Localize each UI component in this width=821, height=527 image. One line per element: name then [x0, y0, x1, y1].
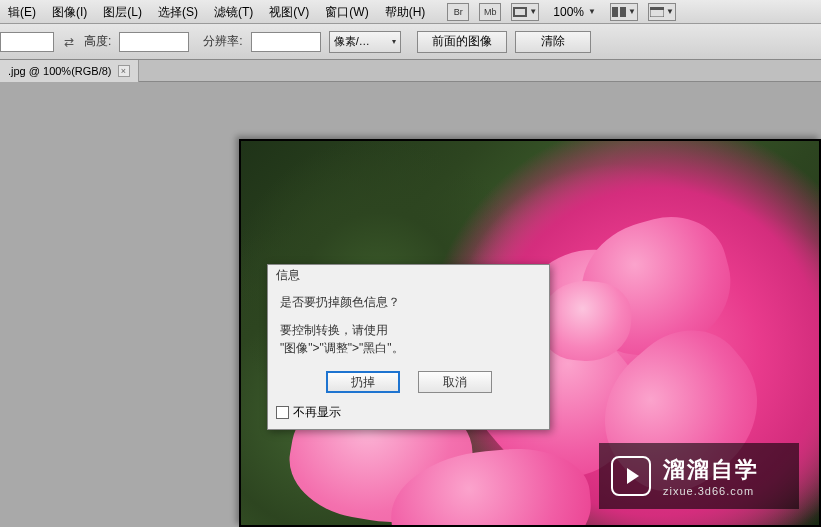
options-bar: ⇄ 高度: 分辨率: 像素/… ▾ 前面的图像 清除	[0, 24, 821, 60]
width-input[interactable]	[0, 32, 54, 52]
height-input[interactable]	[119, 32, 189, 52]
menu-filter[interactable]: 滤镜(T)	[206, 0, 261, 24]
minibridge-button[interactable]: Mb	[479, 3, 501, 21]
menu-view[interactable]: 视图(V)	[261, 0, 317, 24]
tab-bar: .jpg @ 100%(RGB/8) ×	[0, 60, 821, 82]
arrange-icon	[612, 7, 626, 17]
unit-select[interactable]: 像素/… ▾	[329, 31, 401, 53]
cancel-button[interactable]: 取消	[418, 371, 492, 393]
document-tab[interactable]: .jpg @ 100%(RGB/8) ×	[0, 60, 139, 82]
watermark: 溜溜自学 zixue.3d66.com	[599, 443, 799, 509]
height-label: 高度:	[84, 33, 111, 50]
zoom-value: 100%	[553, 5, 584, 19]
menu-help[interactable]: 帮助(H)	[377, 0, 434, 24]
dialog-buttons: 扔掉 取消	[280, 371, 537, 393]
menu-select[interactable]: 选择(S)	[150, 0, 206, 24]
tab-title: .jpg @ 100%(RGB/8)	[8, 65, 112, 77]
dialog-body: 是否要扔掉颜色信息？ 要控制转换，请使用 "图像">"调整">"黑白"。 扔掉 …	[268, 283, 549, 397]
swap-icon[interactable]: ⇄	[62, 35, 76, 49]
arrange-button[interactable]: ▼	[610, 3, 638, 21]
dialog-hint-1: 要控制转换，请使用	[280, 321, 537, 339]
screenmode2-button[interactable]: ▼	[648, 3, 676, 21]
resolution-label: 分辨率:	[203, 33, 242, 50]
resolution-input[interactable]	[251, 32, 321, 52]
chevron-down-icon: ▼	[588, 7, 596, 16]
bridge-button[interactable]: Br	[447, 3, 469, 21]
menu-window[interactable]: 窗口(W)	[317, 0, 376, 24]
menu-edit[interactable]: 辑(E)	[0, 0, 44, 24]
watermark-url: zixue.3d66.com	[663, 485, 759, 497]
discard-button[interactable]: 扔掉	[326, 371, 400, 393]
canvas-area: 信息 是否要扔掉颜色信息？ 要控制转换，请使用 "图像">"调整">"黑白"。 …	[0, 82, 821, 527]
dialog-message: 是否要扔掉颜色信息？	[280, 293, 537, 311]
svg-rect-5	[650, 7, 664, 10]
play-icon	[611, 456, 651, 496]
tab-close-button[interactable]: ×	[118, 65, 130, 77]
dialog-hint-2: "图像">"调整">"黑白"。	[280, 339, 537, 357]
dont-show-checkbox[interactable]	[276, 406, 289, 419]
menu-image[interactable]: 图像(I)	[44, 0, 95, 24]
dialog-title: 信息	[268, 265, 549, 283]
front-image-button[interactable]: 前面的图像	[417, 31, 507, 53]
dont-show-label: 不再显示	[293, 404, 341, 421]
svg-rect-2	[612, 7, 618, 17]
chevron-down-icon: ▼	[628, 7, 636, 16]
menu-icon-area: Br Mb ▼ 100% ▼ ▼ ▼	[447, 2, 676, 22]
watermark-title: 溜溜自学	[663, 455, 759, 485]
window-icon	[650, 7, 664, 17]
chevron-down-icon: ▾	[392, 37, 396, 46]
menu-layer[interactable]: 图层(L)	[95, 0, 150, 24]
chevron-down-icon: ▼	[529, 7, 537, 16]
zoom-level[interactable]: 100% ▼	[549, 2, 600, 22]
info-dialog: 信息 是否要扔掉颜色信息？ 要控制转换，请使用 "图像">"调整">"黑白"。 …	[267, 264, 550, 430]
image-canvas[interactable]: 信息 是否要扔掉颜色信息？ 要控制转换，请使用 "图像">"调整">"黑白"。 …	[239, 139, 821, 527]
svg-rect-3	[620, 7, 626, 17]
unit-label: 像素/…	[334, 34, 370, 49]
clear-button[interactable]: 清除	[515, 31, 591, 53]
screen-icon	[513, 7, 527, 17]
chevron-down-icon: ▼	[666, 7, 674, 16]
svg-rect-1	[515, 9, 525, 15]
dont-show-row: 不再显示	[276, 404, 341, 421]
menu-bar: 辑(E) 图像(I) 图层(L) 选择(S) 滤镜(T) 视图(V) 窗口(W)…	[0, 0, 821, 24]
screen-mode-button[interactable]: ▼	[511, 3, 539, 21]
